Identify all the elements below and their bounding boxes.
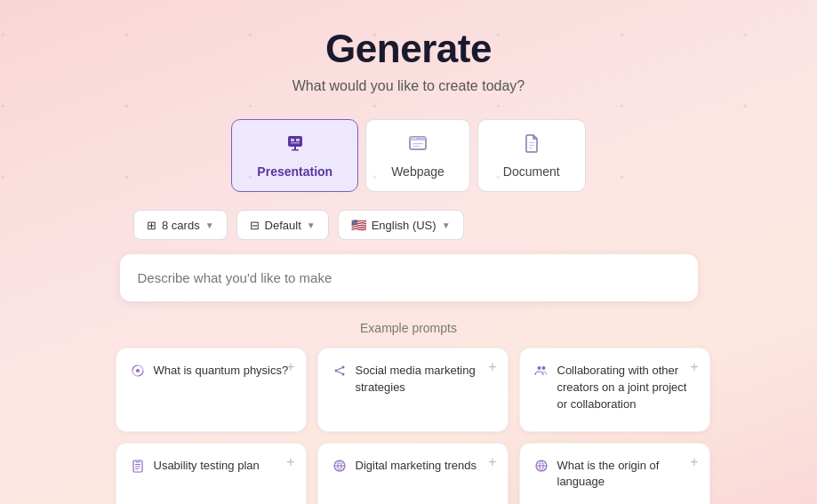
layout-chevron: ▼ xyxy=(307,220,316,230)
cards-select[interactable]: ⊞ 8 cards ▼ xyxy=(133,210,228,240)
prompt-text-6: What is the origin of language xyxy=(557,458,695,492)
language-chevron: ▼ xyxy=(442,220,451,230)
page-title: Generate xyxy=(325,27,492,71)
layout-select[interactable]: ⊟ Default ▼ xyxy=(236,210,329,240)
examples-label: Example prompts xyxy=(360,321,457,335)
tab-document[interactable]: Document xyxy=(477,119,586,192)
page-subtitle: What would you like to create today? xyxy=(292,78,525,94)
tabs-container: Presentation Webpage Document xyxy=(231,119,585,192)
svg-point-8 xyxy=(412,138,413,140)
quantum-icon xyxy=(131,364,145,381)
svg-rect-1 xyxy=(291,139,294,141)
language-value: English (US) xyxy=(372,219,437,232)
svg-rect-24 xyxy=(135,464,140,465)
tab-presentation[interactable]: Presentation xyxy=(231,119,358,192)
svg-point-9 xyxy=(414,138,416,140)
prompt-text-1: What is quantum physics? xyxy=(154,363,292,380)
flag-icon: 🇺🇸 xyxy=(351,218,366,232)
layout-value: Default xyxy=(265,219,301,232)
prompt-card-5[interactable]: Digital marketing trends + xyxy=(317,443,509,504)
presentation-icon xyxy=(284,132,306,159)
tab-webpage[interactable]: Webpage xyxy=(365,119,470,192)
prompts-grid: What is quantum physics? + Social media … xyxy=(116,348,702,504)
svg-line-19 xyxy=(337,368,341,371)
svg-point-17 xyxy=(341,373,344,376)
svg-rect-26 xyxy=(135,468,139,469)
prompt-add-6[interactable]: + xyxy=(690,454,698,470)
svg-rect-12 xyxy=(529,142,534,143)
svg-point-15 xyxy=(136,369,140,372)
prompt-card-3[interactable]: Collaborating with other creators on a j… xyxy=(519,348,710,432)
webpage-icon xyxy=(407,132,429,159)
prompt-card-1[interactable]: What is quantum physics? + xyxy=(116,348,307,432)
svg-point-16 xyxy=(341,366,344,369)
prompt-add-2[interactable]: + xyxy=(488,359,496,375)
svg-rect-4 xyxy=(294,147,296,149)
prompt-text-4: Usability testing plan xyxy=(154,458,292,475)
collaboration-icon xyxy=(534,364,549,381)
document-icon xyxy=(521,132,542,159)
cards-chevron: ▼ xyxy=(205,220,214,230)
language-select[interactable]: 🇺🇸 English (US) ▼ xyxy=(338,210,464,240)
prompt-text-2: Social media marketing strategies xyxy=(356,363,493,396)
svg-rect-13 xyxy=(529,145,534,146)
tab-webpage-label: Webpage xyxy=(391,164,445,179)
prompt-text-3: Collaborating with other creators on a j… xyxy=(557,363,695,413)
prompt-add-3[interactable]: + xyxy=(690,359,698,375)
svg-rect-10 xyxy=(413,143,423,144)
svg-point-18 xyxy=(334,370,337,372)
cards-icon: ⊞ xyxy=(147,219,156,232)
usability-icon xyxy=(131,459,145,476)
social-media-icon xyxy=(332,364,347,381)
svg-rect-2 xyxy=(296,139,300,141)
svg-rect-0 xyxy=(288,136,302,147)
svg-point-22 xyxy=(541,366,545,370)
prompt-add-5[interactable]: + xyxy=(488,454,496,470)
tab-presentation-label: Presentation xyxy=(257,164,332,179)
svg-rect-5 xyxy=(292,149,299,151)
svg-rect-3 xyxy=(291,142,300,144)
prompt-card-4[interactable]: Usability testing plan + xyxy=(116,443,307,504)
prompt-add-1[interactable]: + xyxy=(286,359,294,375)
layout-icon: ⊟ xyxy=(250,219,260,232)
digital-marketing-icon xyxy=(332,459,347,476)
controls-row: ⊞ 8 cards ▼ ⊟ Default ▼ 🇺🇸 English (US) … xyxy=(133,210,464,240)
prompt-text-5: Digital marketing trends xyxy=(356,458,493,475)
svg-rect-14 xyxy=(529,148,533,148)
prompt-input[interactable] xyxy=(120,254,698,301)
prompt-card-2[interactable]: Social media marketing strategies + xyxy=(317,348,509,432)
tab-document-label: Document xyxy=(503,164,560,179)
cards-value: 8 cards xyxy=(162,219,200,232)
svg-line-20 xyxy=(337,372,341,374)
svg-rect-11 xyxy=(413,146,420,147)
prompt-add-4[interactable]: + xyxy=(286,454,294,470)
language-icon xyxy=(534,459,549,476)
prompt-card-6[interactable]: What is the origin of language + xyxy=(519,443,710,504)
svg-point-21 xyxy=(537,366,541,370)
svg-rect-25 xyxy=(135,466,140,467)
